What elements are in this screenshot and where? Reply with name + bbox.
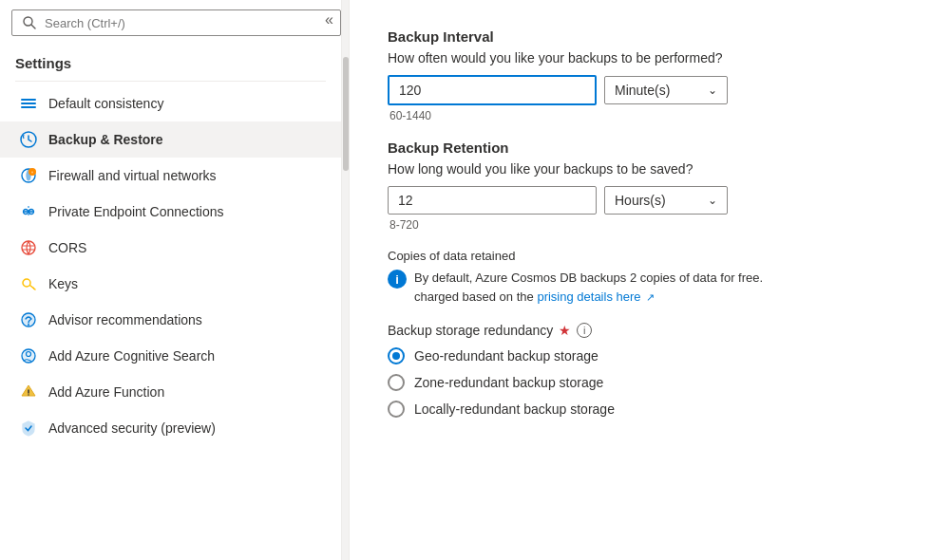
cors-icon <box>18 237 39 258</box>
sidebar-item-advanced-security[interactable]: Advanced security (preview) <box>0 410 341 446</box>
svg-point-13 <box>23 279 30 287</box>
azure-function-icon <box>18 382 39 402</box>
radio-local[interactable]: Locally-redundant backup storage <box>388 401 912 418</box>
main-content: Backup Interval How often would you like… <box>350 0 950 560</box>
radio-zone-label: Zone-redundant backup storage <box>414 375 603 390</box>
search-icon <box>22 15 37 30</box>
svg-point-10 <box>22 241 35 254</box>
sidebar-section-label: Settings <box>0 46 341 77</box>
sidebar-item-default-consistency-label: Default consistency <box>48 96 163 111</box>
backup-retention-title: Backup Retention <box>388 140 912 156</box>
radio-group: Geo-redundant backup storage Zone-redund… <box>388 347 912 418</box>
backup-interval-unit-select[interactable]: Minute(s) ⌄ <box>604 76 728 104</box>
pricing-details-link[interactable]: prising details here ↗ <box>537 289 655 304</box>
redundancy-label: Backup storage redundancy <box>388 323 553 338</box>
sidebar-item-private-endpoint-label: Private Endpoint Connections <box>48 204 223 219</box>
sidebar-scrollbar-thumb[interactable] <box>343 57 349 171</box>
search-row: « <box>0 0 341 46</box>
redundancy-info-icon[interactable]: i <box>577 323 592 338</box>
backup-retention-section: Backup Retention How long would you like… <box>388 140 912 232</box>
required-star: ★ <box>559 323 571 338</box>
backup-interval-chevron-icon: ⌄ <box>708 84 717 97</box>
collapse-button[interactable]: « <box>317 8 341 32</box>
sidebar-item-firewall-label: Firewall and virtual networks <box>48 168 217 183</box>
sidebar-item-cors-label: CORS <box>48 240 86 255</box>
private-endpoint-icon <box>18 201 39 222</box>
backup-interval-question: How often would you like your backups to… <box>388 50 912 65</box>
info-secondary-text: charged based on the <box>414 289 534 304</box>
cognitive-search-icon <box>18 345 39 366</box>
keys-icon <box>18 273 39 294</box>
sidebar-item-keys[interactable]: Keys <box>0 266 341 302</box>
info-main-text: By default, Azure Cosmos DB backups 2 co… <box>414 271 763 285</box>
sidebar-item-backup-restore[interactable]: Backup & Restore <box>0 121 341 158</box>
radio-geo-outer <box>388 347 405 364</box>
redundancy-label-row: Backup storage redundancy ★ i <box>388 323 912 338</box>
search-box[interactable] <box>11 9 341 36</box>
sidebar: « Settings Default consistency <box>0 0 342 560</box>
info-text: By default, Azure Cosmos DB backups 2 co… <box>414 269 763 306</box>
info-box: i By default, Azure Cosmos DB backups 2 … <box>388 269 912 306</box>
backup-interval-unit-label: Minute(s) <box>615 83 670 98</box>
sidebar-scroll: Settings Default consistency <box>0 46 341 560</box>
radio-geo[interactable]: Geo-redundant backup storage <box>388 347 912 364</box>
sidebar-item-private-endpoint[interactable]: Private Endpoint Connections <box>0 194 341 230</box>
sidebar-item-keys-label: Keys <box>48 276 78 291</box>
svg-point-22 <box>28 394 29 396</box>
sidebar-item-advisor[interactable]: Advisor recommendations <box>0 302 341 338</box>
sidebar-item-default-consistency[interactable]: Default consistency <box>0 85 341 121</box>
radio-local-outer <box>388 401 405 418</box>
search-input[interactable] <box>45 16 331 30</box>
sidebar-item-firewall[interactable]: Firewall and virtual networks <box>0 158 341 194</box>
backup-interval-input[interactable] <box>388 75 597 105</box>
backup-retention-input-row: Hours(s) ⌄ <box>388 186 912 215</box>
backup-retention-input[interactable] <box>388 186 597 215</box>
sidebar-scrollbar-track <box>342 0 350 560</box>
svg-line-1 <box>31 25 35 28</box>
copies-label: Copies of data retained <box>388 249 912 263</box>
sidebar-item-azure-function-label: Add Azure Function <box>48 384 164 400</box>
radio-zone[interactable]: Zone-redundant backup storage <box>388 374 912 391</box>
sidebar-item-advanced-security-label: Advanced security (preview) <box>48 420 216 436</box>
backup-retention-question: How long would you like your backups to … <box>388 161 912 177</box>
advisor-icon <box>18 309 39 330</box>
backup-retention-range: 8-720 <box>388 218 912 232</box>
radio-local-label: Locally-redundant backup storage <box>414 401 615 417</box>
sidebar-item-cognitive-search-label: Add Azure Cognitive Search <box>48 348 215 364</box>
svg-rect-4 <box>21 106 36 108</box>
pricing-link-text: prising details here <box>537 289 640 304</box>
svg-rect-3 <box>21 103 36 104</box>
backup-retention-chevron-icon: ⌄ <box>708 194 717 207</box>
sidebar-item-cors[interactable]: CORS <box>0 230 341 266</box>
backup-interval-input-row: Minute(s) ⌄ <box>388 75 912 105</box>
radio-zone-outer <box>388 374 405 391</box>
backup-icon <box>18 129 39 150</box>
copies-section: Copies of data retained i By default, Az… <box>388 249 912 306</box>
lines-icon <box>18 93 39 114</box>
sidebar-item-azure-function[interactable]: Add Azure Function <box>0 374 341 410</box>
info-icon: i <box>388 270 407 289</box>
redundancy-section: Backup storage redundancy ★ i Geo-redund… <box>388 323 912 418</box>
backup-interval-range: 60-1440 <box>388 109 912 122</box>
backup-retention-unit-label: Hours(s) <box>615 193 666 208</box>
advanced-security-icon <box>18 418 39 439</box>
backup-interval-section: Backup Interval How often would you like… <box>388 28 912 122</box>
external-link-icon: ↗ <box>646 291 655 303</box>
sidebar-item-cognitive-search[interactable]: Add Azure Cognitive Search <box>0 338 341 374</box>
sidebar-item-advisor-label: Advisor recommendations <box>48 312 202 327</box>
radio-geo-inner <box>392 352 400 360</box>
svg-point-16 <box>28 324 29 326</box>
sidebar-divider <box>15 81 326 82</box>
sidebar-item-backup-restore-label: Backup & Restore <box>48 132 163 147</box>
svg-rect-2 <box>21 99 36 101</box>
firewall-icon <box>18 165 39 186</box>
backup-interval-title: Backup Interval <box>388 28 912 45</box>
backup-retention-unit-select[interactable]: Hours(s) ⌄ <box>604 186 728 215</box>
radio-geo-label: Geo-redundant backup storage <box>414 348 598 364</box>
